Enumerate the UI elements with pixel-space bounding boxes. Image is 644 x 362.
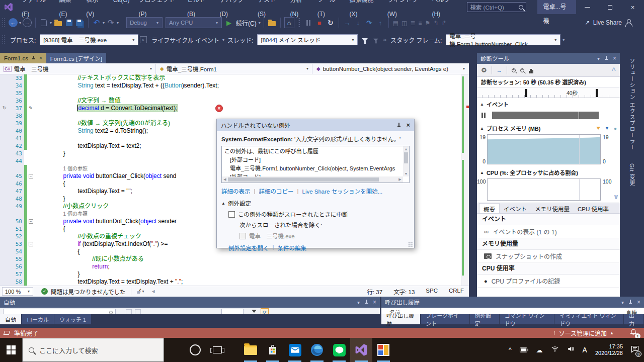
exception-footer-link-0[interactable]: 例外設定を開く: [228, 244, 269, 252]
window-menu-icon[interactable]: ▾: [597, 56, 600, 61]
fold-margin[interactable]: [27, 135, 34, 142]
diag-tab-0[interactable]: 概要: [479, 203, 500, 213]
caret-up-icon[interactable]: ▲: [610, 331, 614, 335]
toolbar-button-icon[interactable]: ◫: [401, 20, 407, 27]
breakpoint-margin[interactable]: [0, 255, 9, 263]
search-option-icon[interactable]: [135, 309, 141, 314]
breakpoint-margin[interactable]: [0, 180, 9, 188]
scroll-down-icon[interactable]: ∨: [613, 193, 619, 201]
redo-button[interactable]: ↷: [106, 17, 115, 28]
file-explorer-button[interactable]: [239, 338, 262, 362]
exception-dialog-header[interactable]: ハンドルされていない例外 ×: [217, 119, 414, 131]
fold-margin[interactable]: [27, 180, 34, 188]
diag-tab-3[interactable]: CPU 使用率: [574, 203, 613, 213]
diagnostics-header[interactable]: 診断ツール ▾ ×: [477, 53, 620, 64]
close-icon[interactable]: ×: [373, 299, 376, 306]
lifecycle-events-label[interactable]: ライフサイクル イベント: [151, 36, 219, 44]
restart-button[interactable]: ↻: [326, 17, 335, 28]
side-tab-0[interactable]: ソリューション エクスプローラー: [628, 58, 636, 150]
codelens-text[interactable]: 1 個の参照: [63, 166, 88, 171]
fold-margin[interactable]: [27, 188, 34, 195]
name-column-header[interactable]: 名前: [389, 308, 400, 314]
visual-studio-taskbar-button[interactable]: [350, 338, 372, 362]
quick-search-input[interactable]: 検索 (Ctrl+Q): [467, 2, 526, 12]
diag-tab-2[interactable]: メモリ使用量: [531, 203, 574, 213]
code-cleanup-dropdown-icon[interactable]: ▾: [142, 289, 144, 294]
window-menu-icon[interactable]: ▾: [621, 300, 624, 305]
events-section-header[interactable]: ▲イベント: [477, 98, 620, 109]
selection-start-marker[interactable]: [525, 89, 527, 97]
summary-link-label[interactable]: CPU プロファイルの記録: [492, 277, 560, 285]
close-icon[interactable]: ×: [613, 55, 616, 62]
fold-margin[interactable]: [27, 112, 34, 120]
except-module-checkbox[interactable]: 電卓 三号機.exe: [239, 232, 410, 240]
bottom-tab-例外設定[interactable]: 例外設定: [470, 314, 499, 324]
selection-end-marker[interactable]: [596, 89, 598, 97]
fold-margin[interactable]: [27, 195, 34, 203]
close-icon[interactable]: ×: [406, 121, 410, 129]
exception-callstack-box[interactable]: この例外は、最初にこの呼び出し履歴 [外部コード]電卓_三号機.Form1.bu…: [221, 146, 410, 183]
breakpoint-margin[interactable]: [0, 203, 9, 210]
process-select[interactable]: [9368] 電卓 三号機.exe▾: [40, 34, 138, 45]
fold-margin[interactable]: [27, 142, 34, 150]
stack-frame-select[interactable]: 電卓_三号機.Form1.buttonNumber_Click▾: [446, 34, 560, 45]
exception-settings-expander[interactable]: ▲例外設定: [221, 199, 410, 207]
code-editor[interactable]: 33//テキストボックスに数字を表示34String text = textDi…: [0, 74, 469, 286]
pin-icon[interactable]: [397, 123, 401, 128]
exception-link-1[interactable]: 詳細のコピー: [259, 187, 294, 195]
lifecycle-dropdown-icon[interactable]: ▾: [222, 38, 224, 42]
line-ending[interactable]: CRLF: [449, 288, 464, 296]
breakpoint-margin[interactable]: [0, 270, 9, 278]
lifecycle-events-icon[interactable]: ▸: [140, 36, 147, 43]
bottom-tab-呼び出し履歴[interactable]: 呼び出し履歴: [381, 314, 420, 324]
toolbar-button-icon[interactable]: ≡: [419, 20, 422, 27]
bottom-tab-ローカル[interactable]: ローカル: [22, 314, 54, 324]
collapse-icon[interactable]: −: [29, 219, 33, 224]
close-tab-icon[interactable]: ×: [39, 55, 42, 61]
search-depth-icon[interactable]: [126, 309, 132, 314]
bottom-tab-ウォッチ 1[interactable]: ウォッチ 1: [54, 314, 91, 324]
pin-icon[interactable]: [604, 56, 608, 61]
mail-button[interactable]: [284, 338, 306, 362]
summary-action-link[interactable]: ●CPU プロファイルの記録: [477, 275, 620, 288]
fold-margin[interactable]: −: [27, 172, 34, 180]
toolbar-button-icon[interactable]: ▤: [393, 20, 398, 27]
refresh-toggle-icon[interactable]: ⟳: [261, 308, 269, 314]
save-button[interactable]: [64, 17, 73, 28]
pin-icon[interactable]: [32, 56, 36, 60]
code-cleanup-icon[interactable]: [136, 289, 142, 294]
fold-margin[interactable]: [27, 255, 34, 263]
fold-margin[interactable]: [27, 97, 34, 105]
code-line[interactable]: 36//文字列 → 数値: [0, 97, 469, 105]
bottom-tab-コマンド ウィンドウ[interactable]: コマンド ウィンドウ: [500, 314, 554, 324]
bottom-tab-自動[interactable]: 自動: [0, 314, 21, 324]
exception-error-icon[interactable]: ×: [215, 105, 223, 112]
resize-grip[interactable]: [408, 242, 413, 247]
code-line[interactable]: 56return;: [0, 263, 469, 270]
summary-link-label[interactable]: スナップショットの作成: [496, 252, 562, 260]
account-icon[interactable]: [625, 19, 632, 26]
window-menu-icon[interactable]: ▾: [357, 300, 360, 305]
fold-margin[interactable]: [27, 270, 34, 278]
events-bar[interactable]: [492, 112, 599, 119]
line-app-button[interactable]: [328, 338, 350, 362]
taskbar-search-input[interactable]: ここに入力して検索: [22, 338, 164, 362]
edge-button[interactable]: [306, 338, 328, 362]
editor-scrollbar[interactable]: [461, 74, 469, 286]
breakpoint-margin[interactable]: [0, 278, 9, 286]
exception-footer-link-1[interactable]: 条件の編集: [278, 244, 307, 252]
show-output-button[interactable]: ⌂: [284, 17, 294, 28]
navigate-back-dropdown-icon[interactable]: ▾: [19, 21, 21, 25]
zoom-out-icon[interactable]: −: [520, 68, 524, 72]
bottom-tab-ブレークポイント[interactable]: ブレークポイント: [421, 314, 469, 324]
breakpoint-margin[interactable]: [0, 248, 9, 255]
close-icon[interactable]: ×: [637, 299, 640, 306]
memory-section-header[interactable]: ▲プロセス メモリ (MB) ▼ ●: [477, 122, 620, 133]
breakpoint-margin[interactable]: [0, 120, 9, 127]
thread-select[interactable]: [8044] メイン スレッド▾: [257, 34, 358, 45]
step-out-button[interactable]: ↑: [376, 17, 385, 28]
toolbar-button-icon[interactable]: ↰: [433, 20, 438, 27]
watch-search-input[interactable]: [3, 309, 116, 314]
vertical-scrollbar[interactable]: ▲ ▼: [403, 146, 409, 176]
close-button[interactable]: ×: [621, 0, 644, 14]
